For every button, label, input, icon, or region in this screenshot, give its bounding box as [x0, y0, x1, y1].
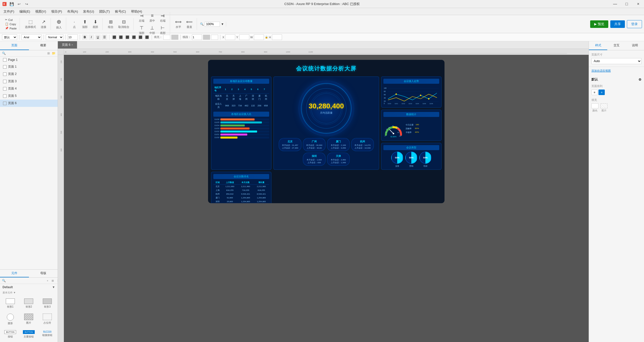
- align-left-button[interactable]: ⫤ 左端: [137, 12, 147, 24]
- comp-search-input[interactable]: [7, 279, 45, 282]
- page-size-select[interactable]: Auto: [591, 58, 641, 64]
- close-button[interactable]: ×: [632, 0, 644, 8]
- fill-color-box[interactable]: [163, 35, 170, 40]
- connect-button[interactable]: ↗ 连接: [38, 18, 49, 30]
- menu-edit[interactable]: 编辑(E): [17, 8, 33, 15]
- comp-rect3[interactable]: 矩形3: [39, 297, 56, 310]
- page-order-btn1[interactable]: ≡: [591, 90, 597, 95]
- comp-placeholder[interactable]: 占位符: [39, 312, 56, 327]
- canvas-tab-close[interactable]: ×: [71, 44, 73, 46]
- minimize-button[interactable]: —: [609, 0, 621, 8]
- paste-button[interactable]: 📌 Paste: [4, 26, 18, 30]
- y-input[interactable]: [239, 34, 249, 40]
- tab-masters[interactable]: 母版: [29, 270, 58, 277]
- cut-button[interactable]: ✂ Cut: [4, 18, 18, 22]
- canvas-viewport[interactable]: 会议统计数据分析大屏 各地区会议分布数量 地区序号 1 2 3: [64, 55, 589, 342]
- comp-rect2[interactable]: 矩形2: [21, 297, 37, 310]
- list-button[interactable]: ☰: [102, 34, 107, 40]
- right-tab-style[interactable]: 样式: [589, 41, 607, 50]
- add-folder-button[interactable]: 📁: [52, 51, 56, 55]
- align-justify-fmt-button[interactable]: ⬛: [131, 34, 137, 40]
- menu-project[interactable]: 项目(P): [49, 8, 64, 15]
- h-input[interactable]: [272, 34, 282, 40]
- align-center-button[interactable]: ≡ 居中: [147, 12, 157, 24]
- underline-button[interactable]: U: [95, 34, 101, 40]
- preview-button[interactable]: ▶ 预览: [590, 20, 608, 28]
- x-input[interactable]: [225, 34, 235, 40]
- tab-components[interactable]: 元件: [0, 270, 29, 277]
- comp-default-section[interactable]: Default ▼: [0, 284, 58, 290]
- tab-pages[interactable]: 页面: [0, 41, 29, 50]
- vert-mid-fmt-button[interactable]: ⬛: [144, 34, 150, 40]
- adaptive-view-anchor[interactable]: 添加自适应视图: [589, 67, 644, 75]
- comp-add-button[interactable]: +: [46, 279, 50, 283]
- page-item-3[interactable]: 页面 3: [0, 78, 58, 85]
- comp-main-button[interactable]: BUTTON 主要按钮: [21, 329, 37, 340]
- top-button[interactable]: ⬆ 顶部: [80, 18, 90, 30]
- color-fill-box[interactable]: [591, 103, 598, 108]
- right-tab-notes[interactable]: 说明: [626, 41, 644, 50]
- save-button[interactable]: 💾: [9, 1, 15, 7]
- align-right-button[interactable]: ⫥ 右端: [158, 12, 168, 24]
- menu-team[interactable]: 团队(T): [97, 8, 112, 15]
- bar-track-1112: [220, 131, 269, 133]
- group-button[interactable]: ⊞ 组合: [106, 18, 116, 30]
- page-item-5[interactable]: 页面 5: [0, 92, 58, 100]
- page-item-1[interactable]: 页面 1: [0, 63, 58, 70]
- page-item-2[interactable]: 页面 2: [0, 70, 58, 78]
- undo-button[interactable]: ↩: [16, 1, 22, 7]
- menu-account[interactable]: 账号(C): [112, 8, 129, 15]
- comp-image[interactable]: 图片: [21, 312, 37, 327]
- font-select[interactable]: Arial: [21, 34, 42, 40]
- menu-layout[interactable]: 布局(A): [65, 8, 80, 15]
- comp-rect1[interactable]: 矩形1: [2, 297, 19, 310]
- redo-button[interactable]: ↪: [24, 1, 30, 7]
- add-page-button[interactable]: ⊞: [47, 51, 51, 55]
- font-size-input[interactable]: [68, 34, 78, 40]
- space-v-button[interactable]: ⟸ 垂直: [184, 18, 195, 30]
- ungroup-button[interactable]: ⊟ 取消组合: [116, 18, 131, 30]
- bold-button[interactable]: B: [82, 34, 88, 40]
- select-mode-button[interactable]: ⬚ 选择模式: [23, 18, 38, 30]
- stroke-input[interactable]: [192, 34, 202, 40]
- insert-button[interactable]: ⊕ 插入: [54, 18, 64, 30]
- align-center-fmt-button[interactable]: ⬛: [118, 34, 124, 40]
- page-item-6[interactable]: 页面 6: [0, 100, 58, 107]
- comp-sort-button[interactable]: ⊞: [51, 279, 55, 283]
- align-right-fmt-button[interactable]: ⬛: [125, 34, 130, 40]
- comp-link-button[interactable]: BUTTON 链接按钮: [39, 329, 56, 340]
- valign-bot-button[interactable]: ⊢ 底部: [158, 24, 168, 36]
- stroke-style-box[interactable]: [211, 35, 218, 40]
- tab-outline[interactable]: 概要: [29, 41, 58, 50]
- menu-view[interactable]: 视图(V): [33, 8, 49, 15]
- page-item-4[interactable]: 页面 4: [0, 85, 58, 92]
- page-item-page1[interactable]: Page 1: [0, 57, 58, 63]
- zoom-dropdown-icon[interactable]: ▼: [221, 22, 224, 26]
- login-button[interactable]: 登录: [627, 20, 642, 28]
- right-tab-interaction[interactable]: 交互: [607, 41, 626, 50]
- menu-file[interactable]: 文件(F): [1, 8, 17, 15]
- canvas-tab-6[interactable]: 页面 6 ×: [58, 41, 77, 49]
- maximize-button[interactable]: □: [621, 0, 632, 8]
- space-h-button[interactable]: ⟺ 水平: [173, 18, 184, 30]
- w-input[interactable]: [254, 34, 264, 40]
- comp-button[interactable]: BUTTON 按钮: [2, 329, 19, 340]
- weight-select[interactable]: Normal: [46, 34, 63, 40]
- image-fill-box[interactable]: [600, 103, 608, 108]
- bottom-button[interactable]: ⬇ 底部: [90, 18, 100, 30]
- page-search-input[interactable]: [7, 52, 46, 55]
- italic-button[interactable]: I: [89, 34, 94, 40]
- copy-button[interactable]: 📋 Copy: [4, 22, 18, 26]
- fill-color-box2[interactable]: [171, 35, 178, 40]
- menu-publish[interactable]: 发布(U): [80, 8, 97, 15]
- comp-circle[interactable]: 圆形: [2, 312, 19, 327]
- stroke-color-box[interactable]: [203, 35, 210, 40]
- align-left-fmt-button[interactable]: ⬛: [111, 34, 117, 40]
- share-button[interactable]: 共享: [610, 20, 625, 28]
- space-v-icon: ⟸: [186, 19, 193, 25]
- vert-top-fmt-button[interactable]: ⬛: [138, 34, 143, 40]
- zoom-input[interactable]: [205, 22, 220, 27]
- page-order-btn2[interactable]: ≡: [598, 90, 605, 95]
- point-button[interactable]: · 点: [69, 18, 79, 30]
- style-select[interactable]: 默认: [2, 34, 17, 40]
